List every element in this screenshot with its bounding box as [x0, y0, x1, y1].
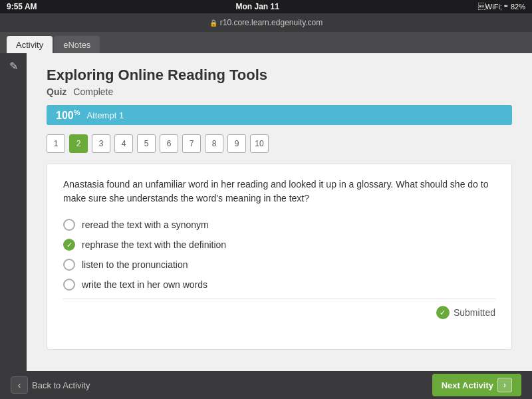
- question-nav: 1 2 3 4 5 6 7 8 9 10: [47, 134, 512, 153]
- status-bar: 9:55 AM Mon Jan 11 WiFi; ☁ 82%: [0, 0, 532, 13]
- attempt-label: Attempt 1: [86, 110, 124, 120]
- bottom-bar: ‹ Back to Activity Next Activity ›: [0, 371, 532, 399]
- main-area: ✎ Exploring Online Reading Tools Quiz Co…: [0, 53, 532, 371]
- next-arrow-icon: ›: [497, 378, 512, 392]
- answer-option-a[interactable]: reread the text with a synonym: [63, 219, 495, 231]
- q-btn-7[interactable]: 7: [182, 134, 201, 153]
- q-btn-5[interactable]: 5: [137, 134, 156, 153]
- tab-activity[interactable]: Activity: [7, 36, 53, 53]
- option-a-text: reread the text with a synonym: [82, 219, 209, 230]
- q-btn-3[interactable]: 3: [92, 134, 110, 153]
- option-b-text: rephrase the text with the definition: [82, 239, 226, 250]
- tab-bar: Activity eNotes: [0, 32, 532, 53]
- q-btn-2[interactable]: 2: [69, 134, 88, 153]
- complete-label: Complete: [73, 86, 113, 97]
- check-b: ✓: [63, 239, 75, 251]
- submitted-check-icon: ✓: [436, 306, 450, 319]
- option-c-text: listen to the pronunciation: [82, 259, 188, 270]
- sidebar: ✎: [0, 53, 27, 371]
- radio-c: [63, 259, 75, 271]
- option-d-text: write the text in her own words: [82, 279, 207, 290]
- next-activity-label: Next Activity: [442, 380, 493, 390]
- content-panel: Exploring Online Reading Tools Quiz Comp…: [27, 53, 532, 371]
- quiz-label: Quiz: [47, 86, 66, 97]
- battery-text: 82%: [511, 3, 525, 11]
- status-right: WiFi; ☁ 82%: [478, 3, 525, 11]
- tab-enotes[interactable]: eNotes: [54, 36, 100, 53]
- back-label: Back to Activity: [32, 380, 90, 390]
- question-card: Anastasia found an unfamiliar word in he…: [47, 164, 512, 350]
- lock-icon: 🔒: [209, 19, 217, 27]
- answer-option-b[interactable]: ✓ rephrase the text with the definition: [63, 239, 495, 251]
- url-bar: 🔒 r10.core.learn.edgenuity.com: [0, 13, 532, 32]
- q-btn-8[interactable]: 8: [205, 134, 223, 153]
- question-text: Anastasia found an unfamiliar word in he…: [63, 178, 495, 205]
- status-date: Mon Jan 11: [236, 2, 279, 11]
- quiz-status: Quiz Complete: [47, 86, 512, 97]
- url-text: r10.core.learn.edgenuity.com: [220, 18, 323, 27]
- next-activity-button[interactable]: Next Activity ›: [432, 374, 521, 396]
- progress-bar: 100% Attempt 1: [47, 105, 512, 125]
- wifi-icon: WiFi; ☁: [478, 3, 508, 11]
- radio-d: [63, 279, 75, 291]
- back-arrow[interactable]: ‹: [11, 376, 28, 394]
- answer-option-d[interactable]: write the text in her own words: [63, 279, 495, 291]
- submitted-section: ✓ Submitted: [63, 299, 495, 319]
- q-btn-6[interactable]: 6: [160, 134, 178, 153]
- q-btn-1[interactable]: 1: [47, 134, 65, 153]
- q-btn-9[interactable]: 9: [227, 134, 246, 153]
- radio-a: [63, 219, 75, 231]
- submitted-label: Submitted: [454, 307, 495, 318]
- back-nav: ‹ Back to Activity: [11, 376, 90, 394]
- answer-option-c[interactable]: listen to the pronunciation: [63, 259, 495, 271]
- q-btn-10[interactable]: 10: [250, 134, 269, 153]
- progress-percent-value: 100%: [56, 108, 80, 122]
- pencil-icon: ✎: [9, 60, 18, 72]
- q-btn-4[interactable]: 4: [114, 134, 133, 153]
- lesson-title: Exploring Online Reading Tools: [47, 66, 512, 84]
- status-time: 9:55 AM: [7, 2, 37, 11]
